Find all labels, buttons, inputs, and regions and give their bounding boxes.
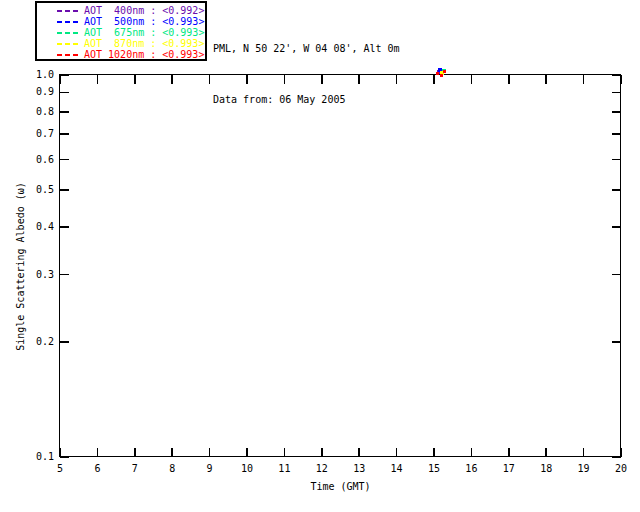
x-tick-top: [134, 75, 136, 84]
y-tick-left: [60, 92, 69, 94]
legend-entry-label: AOT 400nm : <0.992>: [84, 5, 204, 16]
y-tick-left: [60, 111, 69, 113]
y-tick-right: [612, 456, 621, 458]
x-tick-label: 13: [347, 463, 371, 474]
x-tick-top: [59, 75, 61, 84]
x-tick-bottom: [396, 448, 398, 457]
y-tick-label: 0.7: [22, 128, 54, 139]
legend-entry: AOT 400nm : <0.992>: [57, 5, 205, 16]
y-tick-label: 0.8: [22, 106, 54, 117]
y-tick-right: [612, 274, 621, 276]
y-tick-left: [60, 189, 69, 191]
x-tick-top: [433, 75, 435, 84]
x-tick-top: [321, 75, 323, 84]
x-tick-label: 8: [160, 463, 184, 474]
x-tick-label: 14: [385, 463, 409, 474]
x-tick-bottom: [97, 448, 99, 457]
legend-entry-label: AOT 675nm : <0.993>: [84, 27, 204, 38]
x-tick-top: [508, 75, 510, 84]
y-axis-title: Single Scattering Albedo (ω): [15, 182, 26, 351]
x-tick-label: 18: [534, 463, 558, 474]
x-tick-bottom: [246, 448, 248, 457]
x-tick-top: [284, 75, 286, 84]
legend-dash-sample: [57, 43, 79, 45]
y-tick-left: [60, 341, 69, 343]
y-tick-label: 0.9: [22, 86, 54, 97]
x-tick-bottom: [358, 448, 360, 457]
x-axis-title: Time (GMT): [60, 481, 621, 492]
plot-canvas: AOT 400nm : <0.992>AOT 500nm : <0.993>AO…: [0, 0, 640, 512]
y-tick-right: [612, 189, 621, 191]
x-tick-label: 6: [85, 463, 109, 474]
y-tick-right: [612, 341, 621, 343]
y-tick-left: [60, 159, 69, 161]
legend-entry: AOT 1020nm : <0.993>: [57, 49, 205, 60]
x-tick-top: [246, 75, 248, 84]
y-tick-label: 0.2: [22, 336, 54, 347]
y-tick-label: 0.1: [22, 451, 54, 462]
x-tick-top: [358, 75, 360, 84]
x-tick-top: [171, 75, 173, 84]
y-tick-right: [612, 226, 621, 228]
legend-entry: AOT 870nm : <0.993>: [57, 38, 205, 49]
y-tick-label: 0.5: [22, 184, 54, 195]
x-tick-top: [583, 75, 585, 84]
y-tick-label: 0.4: [22, 221, 54, 232]
x-tick-top: [471, 75, 473, 84]
y-tick-right: [612, 159, 621, 161]
y-tick-left: [60, 456, 69, 458]
legend-dash-sample: [57, 21, 79, 23]
legend-dash-sample: [57, 32, 79, 34]
x-tick-bottom: [171, 448, 173, 457]
x-tick-top: [545, 75, 547, 84]
x-tick-label: 20: [609, 463, 633, 474]
x-tick-label: 15: [422, 463, 446, 474]
legend-entry-label: AOT 500nm : <0.993>: [84, 16, 204, 27]
y-tick-left: [60, 133, 69, 135]
x-tick-label: 10: [235, 463, 259, 474]
x-tick-label: 17: [497, 463, 521, 474]
y-tick-label: 0.6: [22, 154, 54, 165]
x-tick-top: [396, 75, 398, 84]
y-tick-label: 1.0: [22, 69, 54, 80]
x-tick-label: 9: [198, 463, 222, 474]
x-tick-bottom: [508, 448, 510, 457]
x-tick-top: [209, 75, 211, 84]
y-tick-right: [612, 74, 621, 76]
x-tick-bottom: [545, 448, 547, 457]
x-tick-bottom: [583, 448, 585, 457]
x-tick-label: 16: [459, 463, 483, 474]
x-tick-label: 5: [48, 463, 72, 474]
legend-entry: AOT 675nm : <0.993>: [57, 27, 205, 38]
legend-entry-label: AOT 1020nm : <0.993>: [84, 49, 204, 60]
data-point: [440, 74, 443, 77]
y-tick-right: [612, 111, 621, 113]
x-tick-bottom: [209, 448, 211, 457]
x-tick-label: 7: [123, 463, 147, 474]
data-point: [443, 70, 446, 73]
y-tick-label: 0.3: [22, 269, 54, 280]
legend-dash-sample: [57, 10, 79, 12]
legend-box: AOT 400nm : <0.992>AOT 500nm : <0.993>AO…: [35, 1, 207, 61]
x-tick-top: [97, 75, 99, 84]
x-tick-bottom: [471, 448, 473, 457]
legend-dash-sample: [57, 54, 79, 56]
x-tick-label: 19: [572, 463, 596, 474]
x-tick-top: [620, 75, 622, 84]
x-tick-bottom: [284, 448, 286, 457]
legend-entry-label: AOT 870nm : <0.993>: [84, 38, 204, 49]
y-tick-right: [612, 133, 621, 135]
y-tick-left: [60, 226, 69, 228]
x-tick-label: 11: [272, 463, 296, 474]
y-tick-right: [612, 92, 621, 94]
station-title: PML, N 50 22', W 04 08', Alt 0m: [213, 40, 400, 57]
x-tick-label: 12: [310, 463, 334, 474]
x-tick-bottom: [134, 448, 136, 457]
data-point: [436, 72, 439, 75]
x-tick-bottom: [433, 448, 435, 457]
x-tick-bottom: [321, 448, 323, 457]
legend-entry: AOT 500nm : <0.993>: [57, 16, 205, 27]
y-tick-left: [60, 274, 69, 276]
plot-area: [59, 74, 621, 457]
y-tick-left: [60, 74, 69, 76]
